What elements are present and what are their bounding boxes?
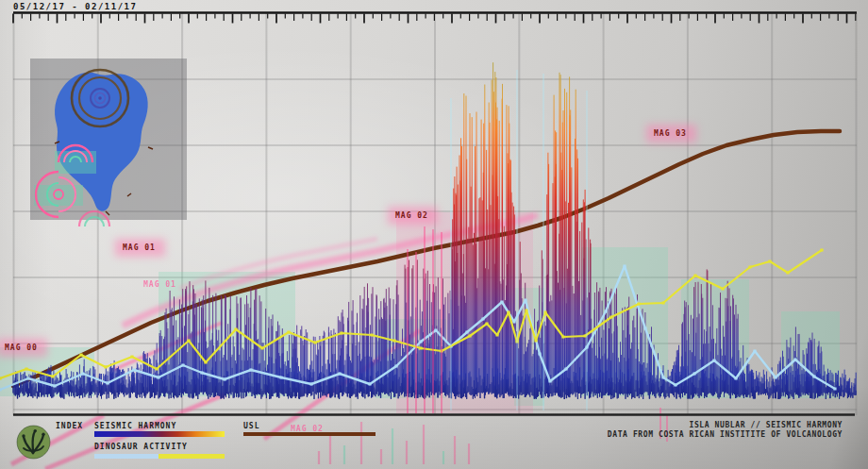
date-range: 05/12/17 - 02/11/17	[13, 2, 137, 11]
ghost-mag-label: MAG 01	[143, 280, 176, 289]
mag-annotation-3: MAG 03	[654, 129, 687, 138]
map-inset	[30, 59, 187, 226]
mag-annotation-0: MAG 00	[5, 343, 38, 352]
epicenter-rings-icon	[72, 70, 128, 126]
footer-source-block: ISLA NUBLAR // SEISMIC HARMONY DATA FROM…	[608, 421, 843, 440]
dinosaur-activity-blue-swatch	[94, 454, 159, 459]
seismic-monitor-screen: 05/12/17 - 02/11/17 MAG 01 MAG 02 INDEX …	[0, 0, 868, 469]
dinosaur-activity-bar	[94, 454, 225, 459]
mag-annotation-2: MAG 02	[395, 211, 428, 220]
seismic-harmony-gradient-bar	[94, 431, 225, 437]
dpg-logo	[16, 425, 51, 460]
footer-source: DATA FROM COSTA RICAN INSTITITE OF VOLCA…	[608, 430, 843, 440]
legend-usl-label: USL	[243, 422, 259, 430]
index-label: INDEX	[56, 422, 83, 430]
legend-seismic-harmony-label: SEISMIC HARMONY	[94, 422, 176, 430]
dinosaur-activity-yellow-swatch	[159, 454, 225, 459]
legend-dinosaur-activity-label: DINOSAUR ACTIVITY	[94, 443, 188, 451]
mag-annotation-1: MAG 01	[123, 243, 156, 252]
usl-line-swatch	[243, 432, 376, 436]
seismic-chart	[0, 0, 868, 469]
footer-title: ISLA NUBLAR // SEISMIC HARMONY	[608, 421, 843, 430]
